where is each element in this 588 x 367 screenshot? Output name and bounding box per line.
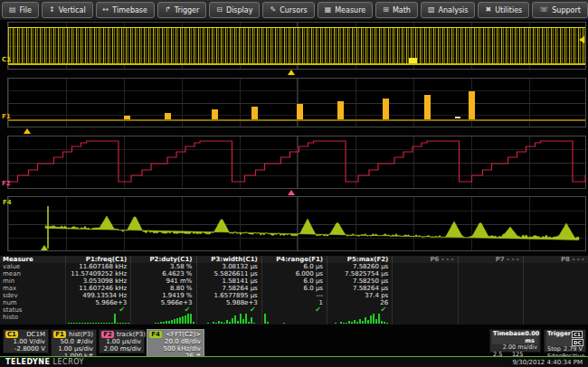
f1-hist-bar: [337, 101, 344, 119]
f2-label[interactable]: F2: [2, 180, 11, 187]
measure-row-label-max: max: [0, 285, 65, 292]
trigger-box[interactable]: Trigger C1 DC Stop 2.79 V Edge Positive: [544, 329, 586, 353]
measure-col-header-p2[interactable]: P2:duty(C1): [130, 256, 195, 263]
brand-logo: TELEDYNE LECROY: [5, 358, 84, 366]
c1-label[interactable]: C1: [2, 56, 11, 63]
menu-item-label: Cursors: [280, 6, 307, 14]
menu-item-timebase[interactable]: ↔Timebase: [96, 2, 155, 18]
f1-mean-marker: [455, 117, 460, 118]
measure-max-p7: [458, 285, 523, 292]
measure-row-label-histo: histo: [0, 314, 65, 325]
f2-origin-marker[interactable]: [288, 190, 295, 195]
f1-hist-bar: [251, 107, 258, 119]
file-icon: ▤: [9, 6, 16, 14]
timebase-box[interactable]: Timebase 0.00 ms 2.00 ms/div 2.5 MS 125 …: [489, 329, 541, 353]
f4-origin-marker[interactable]: [41, 245, 48, 250]
menu-item-vertical[interactable]: ↕Vertical: [42, 2, 93, 18]
measure-col-header-p3[interactable]: P3:width(C1): [196, 256, 261, 263]
menu-item-label: Analysis: [438, 6, 468, 14]
measure-min-p2: 941 m%: [130, 278, 195, 285]
menu-item-label: Vertical: [59, 6, 86, 14]
measure-value-p8: [523, 263, 588, 270]
measure-mean-p3: 5.5826611 µs: [196, 270, 261, 278]
trigger-time-marker[interactable]: [288, 70, 295, 75]
menu-item-cursors[interactable]: ✎Cursors: [262, 2, 314, 18]
measure-col-header-p7[interactable]: P7 - - -: [458, 256, 523, 263]
menu-item-display[interactable]: ⊟Display: [209, 2, 260, 18]
analysis-icon: ▧: [428, 6, 435, 14]
measure-table: MeasureP1:freq(C1)P2:duty(C1)P3:width(C1…: [0, 256, 588, 325]
measure-col-header-p6[interactable]: P6 - - -: [392, 256, 457, 263]
measure-status-p3-check-icon: ✔: [196, 306, 261, 314]
menu-item-utilities[interactable]: ✖Utilities: [478, 2, 529, 18]
measure-max-p3: 7.58264 µs: [196, 285, 261, 292]
c1-badge: C1: [5, 331, 18, 338]
f1-origin-marker[interactable]: [24, 128, 31, 134]
datetime: 9/30/2012 4:40:34 PM: [512, 359, 583, 366]
f4-scale-x: 500 kHz/div: [149, 345, 201, 353]
utilities-icon: ✖: [485, 6, 491, 14]
measure-mean-p1: 11.57409252 kHz: [65, 270, 130, 278]
measure-mean-p2: 6.4623 %: [130, 270, 195, 278]
measure-col-header-p8[interactable]: P8 - - -: [523, 256, 588, 263]
measure-value-p6: [392, 263, 457, 270]
c1-descriptor-box[interactable]: C1 DC1M 1.00 V/div -2.8000 V: [3, 329, 49, 353]
measure-value-p7: [458, 263, 523, 270]
measure-sdev-p2: 1.9419 %: [130, 292, 195, 299]
measure-row-label-status: status: [0, 306, 65, 314]
measure-row-label-num: num: [0, 299, 65, 306]
measure-mean-p5: 7.5825754 µs: [327, 270, 392, 278]
menu-item-math[interactable]: ⊞Math: [375, 2, 418, 18]
menu-item-trigger[interactable]: ↱Trigger: [157, 2, 206, 18]
measure-col-header-p1[interactable]: P1:freq(C1): [65, 256, 130, 263]
menu-item-label: Trigger: [175, 6, 200, 14]
timebase-offset: 0.00 ms: [525, 331, 539, 344]
measure-sdev-p5: 37.4 ps: [327, 292, 392, 299]
menu-item-analysis[interactable]: ▧Analysis: [421, 2, 476, 18]
trigger-title: Trigger: [547, 331, 571, 346]
measure-num-p7: [458, 299, 523, 306]
menu-item-label: Math: [393, 6, 411, 14]
f4-badge: F4: [149, 331, 162, 338]
measure-row-label-min: min: [0, 278, 65, 285]
measure-col-header-p4[interactable]: P4:range(F1): [261, 256, 327, 263]
f1-hist-bar: [424, 95, 431, 119]
measure-row-label-sdev: sdev: [0, 292, 65, 299]
measure-value-p5: 7.58260 µs: [327, 263, 392, 270]
f1-hist-bar: [297, 104, 303, 119]
menu-item-measure[interactable]: ▦Measure: [318, 2, 374, 18]
measure-mean-p7: [458, 270, 523, 278]
display-icon: ⊟: [216, 6, 223, 14]
measure-col-header-p5[interactable]: P5:max(F2): [327, 256, 392, 263]
f2-scale-y: 1.00 µs/div: [101, 338, 141, 345]
measure-value-p3: 3.08132 µs: [196, 263, 261, 270]
f1-descriptor-box[interactable]: F1 hist(P3) 50.0 #/div 1.00 µs/div 1.000…: [51, 329, 97, 357]
measure-num-p2: 5.966e+3: [130, 299, 195, 306]
trigger-level-marker[interactable]: [579, 36, 584, 43]
f4-descriptor-box-selected[interactable]: F4 <FFT(C2)> 20.0 dB/div 500 kHz/div 26 …: [147, 329, 204, 357]
measure-histo-p1: [65, 314, 130, 325]
measure-status-p1-check-icon: ✔: [65, 306, 130, 314]
menu-item-support[interactable]: ☏Support: [532, 2, 588, 18]
measure-mean-p6: [392, 270, 457, 278]
measure-sdev-p1: 499.13534 Hz: [65, 292, 130, 299]
measure-num-p5: 26: [327, 299, 392, 306]
measure-num-p1: 5.966e+3: [65, 299, 130, 306]
measure-sdev-p7: [458, 292, 523, 299]
measure-max-p4: 6.0 µs: [261, 285, 327, 292]
measure-min-p4: 6.0 µs: [261, 278, 327, 285]
measure-min-p8: [523, 278, 588, 285]
grid-f2: [7, 136, 586, 189]
menu-item-label: Timebase: [112, 6, 147, 14]
f4-label[interactable]: F4: [3, 199, 12, 206]
f2-badge: F2: [101, 331, 114, 338]
measure-status-p4-check-icon: ✔: [261, 306, 327, 314]
f1-scale-x: 1.00 µs/div: [53, 345, 93, 353]
f2-descriptor-box[interactable]: F2 track(P3) 1.00 µs/div 2.00 ms/div: [99, 329, 145, 353]
measure-sdev-p4: ---: [261, 292, 327, 299]
timebase-title: Timebase: [493, 331, 525, 344]
f1-label[interactable]: F1: [2, 113, 11, 120]
vertical-arrows-icon: ↕: [49, 6, 55, 14]
menu-item-file[interactable]: ▤File: [2, 2, 39, 18]
measure-status-p8: [523, 306, 588, 314]
